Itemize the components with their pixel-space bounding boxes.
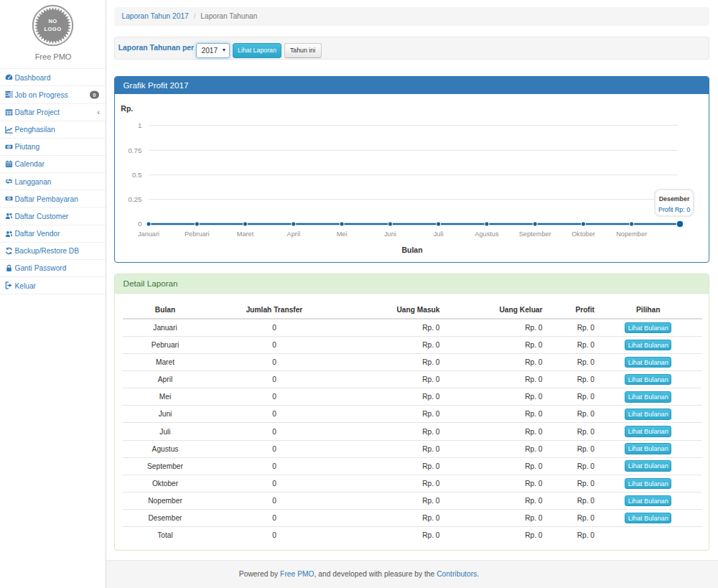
svg-text:Pebruari: Pebruari [185, 230, 210, 238]
svg-text:April: April [287, 230, 300, 238]
svg-text:Oktober: Oktober [572, 230, 595, 238]
svg-text:Maret: Maret [237, 230, 254, 238]
svg-text:Januari: Januari [138, 230, 159, 238]
svg-text:1: 1 [138, 121, 141, 129]
svg-text:0: 0 [138, 220, 142, 228]
svg-text:Juli: Juli [434, 230, 444, 238]
svg-text:0.75: 0.75 [128, 146, 142, 154]
svg-text:Juni: Juni [384, 230, 396, 238]
svg-text:NO: NO [48, 18, 57, 24]
svg-text:September: September [519, 230, 551, 238]
svg-text:0.5: 0.5 [132, 171, 142, 179]
svg-text:Nopember: Nopember [616, 230, 647, 238]
svg-text:Mei: Mei [337, 230, 348, 238]
svg-text:Agustus: Agustus [475, 230, 499, 238]
svg-text:0.25: 0.25 [128, 195, 142, 203]
svg-text:LOGO: LOGO [45, 26, 62, 32]
